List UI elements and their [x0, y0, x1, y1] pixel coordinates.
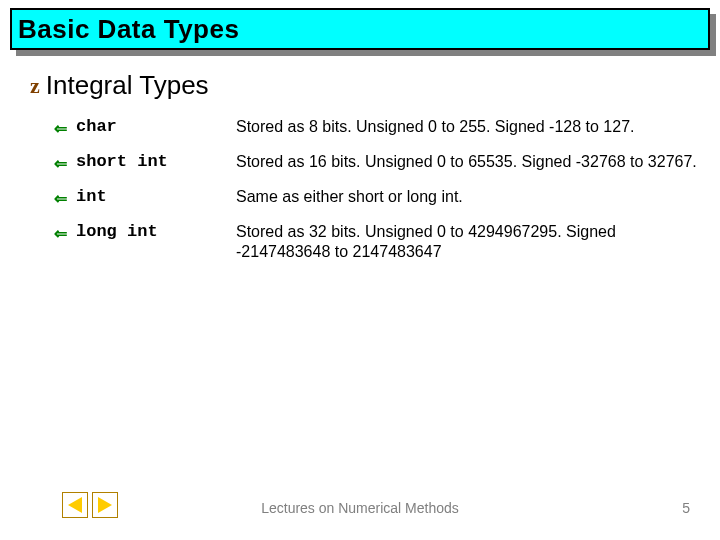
- type-description: Stored as 32 bits. Unsigned 0 to 4294967…: [236, 222, 700, 262]
- arrow-left-icon: ⇐: [54, 225, 67, 242]
- type-list: ⇐ char Stored as 8 bits. Unsigned 0 to 2…: [54, 117, 700, 262]
- slide-content: z Integral Types ⇐ char Stored as 8 bits…: [30, 70, 700, 276]
- slide-nav: [62, 492, 118, 518]
- list-item: ⇐ int Same as either short or long int.: [54, 187, 700, 208]
- list-item: ⇐ long int Stored as 32 bits. Unsigned 0…: [54, 222, 700, 262]
- list-item: ⇐ char Stored as 8 bits. Unsigned 0 to 2…: [54, 117, 700, 138]
- next-slide-button[interactable]: [92, 492, 118, 518]
- type-description: Stored as 16 bits. Unsigned 0 to 65535. …: [236, 152, 700, 172]
- type-description: Stored as 8 bits. Unsigned 0 to 255. Sig…: [236, 117, 700, 137]
- triangle-right-icon: [98, 497, 112, 513]
- list-item: ⇐ short int Stored as 16 bits. Unsigned …: [54, 152, 700, 173]
- section-heading-row: z Integral Types: [30, 70, 700, 101]
- section-bullet-icon: z: [30, 73, 40, 99]
- type-name: long int: [76, 222, 158, 241]
- type-name: int: [76, 187, 107, 206]
- arrow-left-icon: ⇐: [54, 120, 67, 137]
- type-name: char: [76, 117, 117, 136]
- prev-slide-button[interactable]: [62, 492, 88, 518]
- type-name: short int: [76, 152, 168, 171]
- footer-text: Lectures on Numerical Methods: [261, 500, 459, 516]
- type-description: Same as either short or long int.: [236, 187, 700, 207]
- slide-title-bar: Basic Data Types: [10, 8, 710, 50]
- page-number: 5: [682, 500, 690, 516]
- arrow-left-icon: ⇐: [54, 155, 67, 172]
- slide-title: Basic Data Types: [18, 14, 239, 45]
- arrow-left-icon: ⇐: [54, 190, 67, 207]
- title-bar: Basic Data Types: [10, 8, 710, 50]
- section-heading: Integral Types: [46, 70, 209, 101]
- triangle-left-icon: [68, 497, 82, 513]
